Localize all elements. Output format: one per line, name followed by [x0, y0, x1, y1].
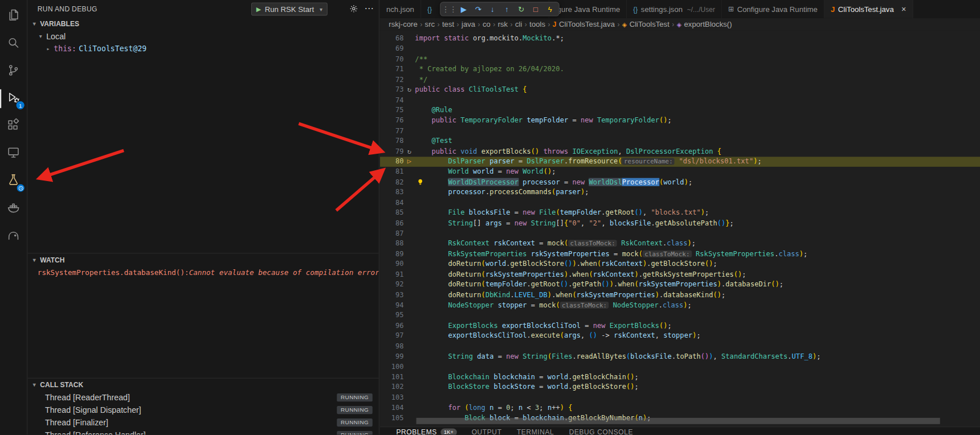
- code-line[interactable]: 70/**: [380, 54, 980, 64]
- code-token: [617, 240, 621, 248]
- hot-code-replace-icon[interactable]: ϟ: [544, 3, 556, 15]
- code-line[interactable]: 73↻public class CliToolsTest {: [380, 85, 980, 95]
- breadcrumb-item[interactable]: java: [462, 20, 475, 28]
- code-line[interactable]: 103: [380, 393, 980, 403]
- code-line[interactable]: 102 BlockStore blockStore = world.getBlo…: [380, 383, 980, 393]
- code-line[interactable]: 87: [380, 228, 980, 239]
- breadcrumb-item[interactable]: ◈CliToolsTest: [622, 20, 669, 28]
- code-line[interactable]: 69: [380, 44, 980, 54]
- code-line[interactable]: 84: [380, 198, 980, 208]
- step-into-icon[interactable]: ↓: [486, 3, 499, 15]
- call-stack-thread[interactable]: Thread [ReaderThread]RUNNING: [27, 391, 378, 404]
- call-stack-thread[interactable]: Thread [Signal Dispatcher]RUNNING: [27, 404, 378, 416]
- breadcrumb-item[interactable]: rskj-core: [389, 20, 417, 28]
- horizontal-scrollbar[interactable]: [416, 418, 940, 424]
- code-line[interactable]: 100: [380, 362, 980, 372]
- gutter-marker: [404, 239, 415, 249]
- code-line[interactable]: 86 String[] args = new String[]{"0", "2"…: [380, 218, 980, 228]
- call-stack-thread[interactable]: Thread [Reference Handler]RUNNING: [27, 429, 378, 435]
- call-stack-thread[interactable]: Thread [Finalizer]RUNNING: [27, 416, 378, 429]
- code-token: execute: [531, 332, 560, 340]
- code-line[interactable]: 93 doReturn(DbKind.LEVEL_DB).when(rskSys…: [380, 290, 980, 301]
- activity-item-remote-explorer[interactable]: [0, 140, 27, 167]
- breadcrumb-item[interactable]: JCliToolsTest.java: [553, 20, 615, 28]
- step-over-icon[interactable]: ↷: [472, 3, 484, 15]
- breadcrumb-item[interactable]: tools: [529, 20, 545, 28]
- breadcrumb-item[interactable]: ◈exportBlocks(): [677, 20, 732, 28]
- debug-settings-gear-icon[interactable]: [349, 5, 358, 15]
- code-token: NodeStopper: [448, 301, 493, 309]
- code-line[interactable]: 97 exportBlocksCliTool.execute(args, () …: [380, 331, 980, 342]
- code-line[interactable]: 76 public TemporaryFolder tempFolder = n…: [380, 116, 980, 126]
- breadcrumb-item[interactable]: rsk: [498, 20, 508, 28]
- panel-tab-problems[interactable]: PROBLEMS1K+: [396, 429, 456, 435]
- current-statement-icon[interactable]: ▷: [404, 157, 415, 167]
- variables-section-header[interactable]: ▾ VARIABLES: [27, 18, 378, 30]
- breadcrumb-item[interactable]: co: [483, 20, 491, 28]
- activity-item-explorer[interactable]: [0, 2, 27, 30]
- breadcrumb-item[interactable]: cli: [515, 20, 522, 28]
- code-line[interactable]: 98: [380, 342, 980, 352]
- code-token: doReturn: [448, 270, 481, 278]
- code-line[interactable]: 78 @Test: [380, 136, 980, 146]
- test-running-icon[interactable]: ↻: [404, 146, 415, 157]
- more-actions-icon[interactable]: ⋯: [365, 2, 374, 14]
- breadcrumb-separator-icon: ›: [420, 20, 422, 28]
- code-line[interactable]: 85 File blocksFile = new File(tempFolder…: [380, 208, 980, 218]
- call-stack-section-header[interactable]: ▾ CALL STACK: [27, 379, 378, 391]
- code-line[interactable]: 104 for (long n = 0; n < 3; n++) {: [380, 403, 980, 413]
- variables-scope-local[interactable]: ▾ Local: [27, 30, 378, 43]
- code-line[interactable]: 72 */: [380, 75, 980, 85]
- activity-item-search[interactable]: [0, 30, 27, 58]
- activity-item-source-control[interactable]: [0, 58, 27, 85]
- run-config-dropdown[interactable]: ▶ Run RSK Start ▾: [251, 2, 328, 15]
- code-line[interactable]: 77: [380, 126, 980, 136]
- code-line[interactable]: 79↻ public void exportBlocks() throws IO…: [380, 146, 980, 157]
- stop-icon[interactable]: □: [529, 3, 542, 15]
- tab-igure-java-runtime[interactable]: igure Java Runtime: [549, 0, 627, 18]
- code-line[interactable]: 90 doReturn(world.getBlockStore()).when(…: [380, 260, 980, 270]
- variable-this-row[interactable]: ▸ this: CliToolsTest@29: [27, 43, 378, 55]
- watch-expression-row[interactable]: rskSystemProperties.databaseKind(): Cann…: [27, 266, 378, 278]
- line-number: 88: [380, 239, 404, 249]
- test-running-icon[interactable]: ↻: [404, 85, 415, 95]
- step-out-icon[interactable]: ↑: [501, 3, 513, 15]
- code-line[interactable]: 92 doReturn(tempFolder.getRoot().getPath…: [380, 280, 980, 290]
- code-line[interactable]: 82 WorldDslProcessor processor = new Wor…: [380, 177, 980, 187]
- breadcrumb-item[interactable]: src: [425, 20, 435, 28]
- code-line[interactable]: 75 @Rule: [380, 105, 980, 116]
- code-line[interactable]: 80▷ DslParser parser = DslParser.fromRes…: [380, 157, 980, 167]
- code-line[interactable]: 74: [380, 95, 980, 105]
- activity-item-testing[interactable]: [0, 167, 27, 195]
- code-line[interactable]: 99 String data = new String(Files.readAl…: [380, 352, 980, 362]
- activity-item-extensions[interactable]: [0, 112, 27, 139]
- drag-handle-icon[interactable]: ⋮⋮: [443, 3, 456, 15]
- close-icon[interactable]: ×: [901, 5, 906, 14]
- tab-clitoolstest.java[interactable]: JCliToolsTest.java×: [824, 0, 913, 18]
- activity-item-gradle[interactable]: [0, 223, 27, 250]
- code-line[interactable]: 83 processor.processCommands(parser);: [380, 187, 980, 198]
- panel-tab-debug-console[interactable]: DEBUG CONSOLE: [569, 429, 633, 435]
- tab-nch.json[interactable]: nch.json: [380, 0, 421, 18]
- code-line[interactable]: 89 RskSystemProperties rskSystemProperti…: [380, 249, 980, 260]
- activity-item-docker[interactable]: [0, 195, 27, 222]
- tab-settings.json[interactable]: {}settings.json~/.../User: [627, 0, 722, 18]
- continue-icon[interactable]: ▶: [458, 3, 470, 15]
- code-line[interactable]: 95: [380, 311, 980, 321]
- restart-icon[interactable]: ↻: [515, 3, 528, 15]
- code-line[interactable]: 94 NodeStopper stopper = mock(classToMoc…: [380, 301, 980, 311]
- code-line[interactable]: 101 Blockchain blockchain = world.getBlo…: [380, 372, 980, 383]
- code-line[interactable]: 91 doReturn(rskSystemProperties).when(rs…: [380, 270, 980, 280]
- code-line[interactable]: 68import static org.mockito.Mockito.*;: [380, 34, 980, 44]
- breadcrumb-item[interactable]: test: [442, 20, 454, 28]
- code-line[interactable]: 96 ExportBlocks exportBlocksCliTool = ne…: [380, 321, 980, 331]
- code-token: CliToolsTest: [469, 85, 518, 93]
- code-line[interactable]: 71 * Created by ajlopez on 26/04/2020.: [380, 64, 980, 75]
- panel-tab-terminal[interactable]: TERMINAL: [517, 429, 554, 435]
- tab-configure-java-runtime[interactable]: ⊞Configure Java Runtime: [722, 0, 824, 18]
- code-line[interactable]: 81 World world = new World();: [380, 167, 980, 177]
- activity-item-run-and-debug[interactable]: 1: [0, 85, 27, 112]
- watch-section-header[interactable]: ▾ WATCH: [27, 253, 378, 266]
- code-line[interactable]: 88 RskContext rskContext = mock(classToM…: [380, 239, 980, 249]
- panel-tab-output[interactable]: OUTPUT: [472, 429, 502, 435]
